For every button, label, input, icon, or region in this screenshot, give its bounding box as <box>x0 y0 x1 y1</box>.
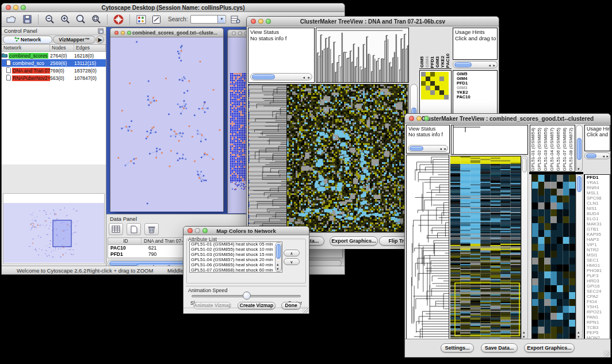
network-view-window[interactable]: combined_scores_good.txt--cluste... <box>110 28 224 212</box>
tab-network[interactable]: Network <box>3 36 52 44</box>
matrix-cell[interactable] <box>430 86 435 90</box>
network-table-header[interactable]: Network <box>2 45 50 51</box>
scrollbar-thumb[interactable] <box>454 62 472 67</box>
zoom-button[interactable] <box>202 228 208 233</box>
save-session-button[interactable] <box>21 14 33 25</box>
network-table-row[interactable]: combined_scores2764(0)16218(0) <box>2 52 106 59</box>
scroll-left-icon[interactable]: ◂ <box>488 63 491 67</box>
network-name-cell[interactable]: combined_sco <box>2 60 50 67</box>
zoom-out-button[interactable] <box>43 14 56 25</box>
treeview-combined-titlebar[interactable]: ClusterMaker TreeView : combined_scores_… <box>405 114 610 124</box>
network-table-header[interactable]: Edges <box>74 45 106 51</box>
view-status-hscrollbar[interactable]: ◂ ▸ <box>250 73 312 81</box>
network-table-row[interactable]: combined_sco2569(6)13112(15) <box>2 59 106 67</box>
zoom-button[interactable] <box>424 116 429 121</box>
view-status-hscrollbar[interactable]: ◂ ▸ <box>408 145 448 152</box>
attribute-list-item[interactable]: GPL51-07 (GSM868) heat shock 60 min <box>190 268 282 273</box>
zoom-fit-button[interactable] <box>74 14 87 25</box>
matrix-cell[interactable] <box>435 86 439 90</box>
select-attributes-button[interactable] <box>109 223 123 235</box>
scroll-left-icon[interactable]: ◂ <box>439 147 442 151</box>
move-up-button[interactable]: ∧ <box>284 250 300 256</box>
map-colors-titlebar[interactable]: Map Colors to Network <box>183 227 309 235</box>
scrollbar-thumb[interactable] <box>586 154 596 158</box>
close-button[interactable] <box>409 116 414 121</box>
label-pane-vscrollbar[interactable]: ▾ <box>576 125 583 172</box>
close-button[interactable] <box>251 19 256 24</box>
speed-slider-thumb[interactable] <box>243 292 251 300</box>
matrix-cell[interactable] <box>421 81 426 86</box>
scroll-left-icon[interactable]: ◂ <box>303 75 305 79</box>
attribute-list[interactable]: GPL51-01 (GSM854) heat shock 05 minGPL51… <box>189 242 282 273</box>
matrix-cell[interactable] <box>426 95 430 99</box>
close-button[interactable] <box>114 30 118 35</box>
network-table-header[interactable]: Nodes <box>50 45 74 51</box>
scrollbar-thumb[interactable] <box>276 244 281 259</box>
zoom-heatmap-matrix[interactable] <box>421 72 449 99</box>
matrix-cell[interactable] <box>430 81 435 86</box>
scroll-down-icon[interactable]: ▾ <box>523 335 525 339</box>
zoom-button[interactable] <box>21 5 26 10</box>
scrollbar-thumb[interactable] <box>410 146 423 151</box>
scroll-down-icon[interactable]: ▾ <box>577 335 580 339</box>
minimize-button[interactable] <box>416 116 422 121</box>
resize-grip[interactable] <box>603 350 610 357</box>
scroll-left-icon[interactable]: ◂ <box>602 154 605 158</box>
zoom-in-button[interactable] <box>59 14 71 25</box>
network-table-row[interactable]: DNA and Tran 07769(0)183728(0) <box>2 67 106 74</box>
heatmap-global[interactable] <box>287 84 409 232</box>
matrix-cell[interactable] <box>439 95 444 99</box>
close-button[interactable] <box>6 5 11 10</box>
cytoscape-titlebar[interactable]: Cytoscape Desktop (Session Name: collins… <box>2 3 345 12</box>
scroll-up-icon[interactable]: ▴ <box>523 330 525 334</box>
row-dendrogram[interactable] <box>248 84 287 232</box>
network-name-cell[interactable]: combined_scores <box>2 53 50 59</box>
matrix-cell[interactable] <box>439 90 444 95</box>
matrix-cell[interactable] <box>421 86 426 90</box>
scroll-down-icon[interactable]: ▾ <box>277 267 279 271</box>
tab-overflow-button[interactable]: ▶ <box>96 36 104 44</box>
heatmap-zoom-panel[interactable] <box>531 174 576 340</box>
matrix-cell[interactable] <box>444 86 449 90</box>
delete-attribute-button[interactable] <box>144 223 159 235</box>
network-view-titlebar[interactable]: combined_scores_good.txt--cluste... <box>110 28 223 37</box>
matrix-cell[interactable] <box>426 90 430 95</box>
matrix-cell[interactable] <box>435 95 439 99</box>
heatmap-vscrollbar[interactable]: ▴ ▾ <box>521 156 528 340</box>
treeview-button-save-data---[interactable]: Save Data... <box>481 343 518 352</box>
matrix-cell[interactable] <box>444 90 449 95</box>
column-dendrogram[interactable] <box>451 125 528 155</box>
matrix-cell[interactable] <box>421 90 426 95</box>
matrix-cell[interactable] <box>435 81 439 86</box>
minimize-button[interactable] <box>121 30 125 35</box>
done-button[interactable]: Done <box>281 302 301 309</box>
new-attribute-button[interactable] <box>127 223 141 235</box>
matrix-cell[interactable] <box>426 86 430 90</box>
network-name-cell[interactable]: DNA and Tran 07 <box>2 67 50 74</box>
matrix-cell[interactable] <box>430 76 435 81</box>
matrix-cell[interactable] <box>444 72 449 76</box>
matrix-cell[interactable] <box>435 72 439 76</box>
matrix-cell[interactable] <box>435 90 439 95</box>
tab-vizmapper[interactable]: VizMapper™ <box>53 36 95 44</box>
matrix-cell[interactable] <box>421 76 426 81</box>
attribute-list-vscrollbar[interactable]: ▴ ▾ <box>275 242 282 272</box>
row-dendrogram[interactable] <box>406 155 449 340</box>
matrix-cell[interactable] <box>426 76 430 81</box>
zoom-vscrollbar[interactable]: ▴ ▾ <box>576 174 583 340</box>
usage-hints-hscrollbar[interactable]: ◂ ▸ <box>584 152 610 159</box>
scroll-up-icon[interactable]: ▴ <box>577 330 580 334</box>
search-config-button[interactable] <box>229 14 242 25</box>
network-name-cell[interactable]: RNAPuberNov2+ <box>2 75 50 82</box>
zoom-selected-button[interactable] <box>90 14 102 25</box>
zoom-button[interactable] <box>266 19 271 24</box>
create-vizmap-button[interactable]: Create Vizmap <box>238 302 276 309</box>
scroll-down-icon[interactable]: ▾ <box>577 167 580 171</box>
birdseye-canvas[interactable] <box>3 203 104 263</box>
scroll-right-icon[interactable]: ▸ <box>444 147 446 151</box>
matrix-cell[interactable] <box>439 81 444 86</box>
matrix-cell[interactable] <box>444 95 449 99</box>
matrix-cell[interactable] <box>439 86 444 90</box>
birdseye-view[interactable] <box>3 193 105 264</box>
matrix-cell[interactable] <box>421 95 426 99</box>
